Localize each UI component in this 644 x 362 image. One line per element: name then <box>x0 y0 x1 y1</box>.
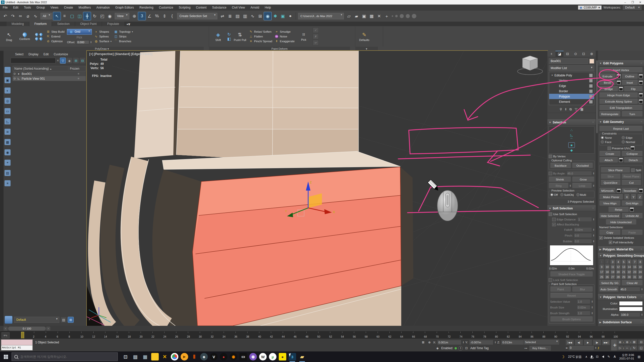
ring-button[interactable]: Ring <box>549 183 569 188</box>
stack-vertex[interactable]: Vertex <box>549 78 594 83</box>
attach-settings-icon[interactable] <box>619 158 623 162</box>
collapse-tree-icon[interactable]: ⊟ <box>80 58 85 63</box>
angle-snap-icon[interactable]: ∠ <box>146 12 153 20</box>
revert-icon[interactable]: ↩ <box>313 40 319 46</box>
lock-soft-selection-checkbox[interactable] <box>549 278 552 282</box>
maximize-viewport-icon[interactable]: ◱ <box>638 345 644 350</box>
menu-arnold[interactable]: Arnold <box>248 6 262 9</box>
w-app-icon[interactable]: W <box>259 353 267 360</box>
split-checkbox[interactable] <box>631 168 635 172</box>
filter-groups-icon[interactable]: ▩ <box>5 139 11 145</box>
relax-button[interactable]: Relax <box>608 207 629 212</box>
revert-button[interactable]: Revert <box>550 293 593 298</box>
play-button[interactable]: ▶ <box>584 339 592 345</box>
go-to-start-button[interactable]: |◀◀ <box>566 339 574 345</box>
menu-rendering[interactable]: Rendering <box>137 6 156 9</box>
relax-soften-button[interactable]: ✎Relax/ Soften <box>249 30 272 34</box>
key-icon[interactable]: ⚷ <box>597 346 599 350</box>
perspective-viewport[interactable]: Z X Y x y z [+] [Perspective] [Standard <box>87 51 547 326</box>
flatten-button[interactable]: ⊥Flatten <box>249 35 272 38</box>
preview-off-radio[interactable] <box>550 193 553 196</box>
affect-backfacing-checkbox[interactable]: ✓ <box>552 223 556 226</box>
account-button[interactable]: ◉CGBUMP▾ <box>578 6 601 10</box>
orbit-icon[interactable]: ↻ <box>631 345 637 350</box>
scene-row-box001[interactable]: ⊙ ● Box001 ✳ <box>13 71 86 76</box>
reference-coordinate-select[interactable]: View <box>115 13 129 19</box>
menu-customize[interactable]: Customize <box>156 6 176 9</box>
attach-button[interactable]: Attach <box>599 157 618 163</box>
cp-tab-create[interactable]: + <box>547 51 555 57</box>
speaker-icon[interactable] <box>602 355 604 358</box>
shift-scale-icon[interactable]: ◧ <box>227 37 231 41</box>
select-and-link-icon[interactable]: ∞ <box>17 12 24 20</box>
cut-button[interactable]: Cut <box>622 180 641 185</box>
cp-tab-motion[interactable]: ⊙ <box>572 51 580 57</box>
tessellate-button[interactable]: Tessellate <box>622 188 638 193</box>
cp-tab-utilities[interactable]: ⊛ <box>588 51 596 57</box>
viewport-canvas[interactable]: Z X Y x y z <box>87 51 547 326</box>
alpha-field[interactable]: 100.0 <box>620 312 640 317</box>
filter-shapes-icon[interactable]: ◐ <box>5 87 11 94</box>
collapse-button[interactable]: Collapse <box>622 151 643 156</box>
commit-icon[interactable]: ✓ <box>313 27 319 33</box>
select-object-icon[interactable]: ↖ <box>53 12 61 20</box>
render-production-icon[interactable]: ● <box>287 12 294 20</box>
material-ids-rollout-header[interactable]: ▶Polygon: Material IDs⁙ <box>598 246 644 252</box>
ribbon-tab-freeform[interactable]: Freeform <box>29 22 52 26</box>
pinned-x-icon[interactable]: ✕ <box>161 353 169 360</box>
drag-button[interactable]: ↖Drag <box>3 32 16 41</box>
copy-button[interactable]: Copy <box>599 230 621 235</box>
object-name-field[interactable]: Box001 <box>549 58 588 64</box>
set-project-icon[interactable]: ▰ <box>353 12 360 20</box>
go-to-end-button[interactable]: ▶▶| <box>602 339 610 345</box>
paint-button[interactable]: Paint <box>550 287 571 292</box>
shift-rotate-icon[interactable]: ↻ <box>227 32 231 36</box>
prev-frame-button[interactable]: ◀| <box>575 339 583 345</box>
ribbon-tab-populate[interactable]: Populate <box>102 22 124 26</box>
filter-helpers-icon[interactable]: ◺ <box>5 118 11 124</box>
named-selection-set-select[interactable]: Create Selection Set <box>177 13 217 19</box>
extend-button[interactable]: ⇱Extend <box>46 35 64 38</box>
stack-editable-poly[interactable]: ▼Editable Poly <box>549 73 594 78</box>
layers-icon[interactable]: ▤ <box>61 317 66 323</box>
blur-button[interactable]: Blur <box>572 287 593 292</box>
extrude-button[interactable]: Extrude <box>599 74 616 79</box>
time-slider[interactable]: 0 / 100 <box>8 327 46 331</box>
lock-explorer-icon[interactable]: ◈ <box>67 58 72 63</box>
start-button[interactable] <box>0 351 12 362</box>
pinch-spread-button[interactable]: ✕Pinch/ Spread <box>249 39 272 43</box>
menu-scripting[interactable]: Scripting <box>176 6 193 9</box>
branches-button[interactable]: ⌒Branches <box>114 39 133 43</box>
x-coordinate-field[interactable]: 0.001m <box>437 340 461 345</box>
stack-element[interactable]: Element <box>549 99 594 104</box>
loop-button[interactable]: Loop <box>572 183 592 188</box>
pinch-field[interactable]: 0.0 <box>574 233 592 238</box>
ribbon-tab-modeling[interactable]: Modeling <box>7 22 29 26</box>
optimize-button[interactable]: ⊘Optimize <box>46 39 64 43</box>
backface-button[interactable]: Backface <box>550 163 571 168</box>
stack-toggle-icon[interactable] <box>589 84 593 88</box>
bubble-field[interactable]: 0.0 <box>574 239 592 244</box>
menu-modifiers[interactable]: Modifiers <box>76 6 94 9</box>
by-angle-field[interactable]: 45.0 <box>567 171 592 176</box>
viewport-label[interactable]: [+] [Perspective] [Standard] [Edged Face… <box>89 52 152 56</box>
strips-button[interactable]: ◫Strips <box>114 35 133 38</box>
select-and-move-icon[interactable]: ╋ <box>83 12 91 20</box>
contacts-app-icon[interactable]: ☻ <box>200 353 208 360</box>
rect-selection-region-icon[interactable]: ▢ <box>68 12 76 20</box>
frozen-column-header[interactable]: Frozen <box>68 67 86 70</box>
visibility-eye-icon[interactable]: ⊙ <box>13 77 17 80</box>
menu-substance[interactable]: Substance <box>209 6 229 9</box>
stack-polygon[interactable]: Polygon <box>549 94 594 99</box>
dark-pill-app-icon[interactable]: ▭ <box>239 353 247 360</box>
topology-button[interactable]: ▦Topology▾ <box>114 30 133 34</box>
illumination-swatch[interactable] <box>619 307 643 311</box>
pick-deform-button[interactable]: ⌗Pick <box>297 32 310 41</box>
mirror-icon[interactable]: ⇌ <box>219 12 226 20</box>
layer-manager-icon[interactable]: ▤ <box>234 12 241 20</box>
scissors-icon[interactable]: ✕ <box>375 12 383 20</box>
constraint-edge-radio[interactable] <box>622 136 625 139</box>
menu-content[interactable]: Content <box>193 6 209 9</box>
relax-settings-icon[interactable] <box>630 208 634 211</box>
flip-button[interactable]: Flip <box>624 86 643 92</box>
